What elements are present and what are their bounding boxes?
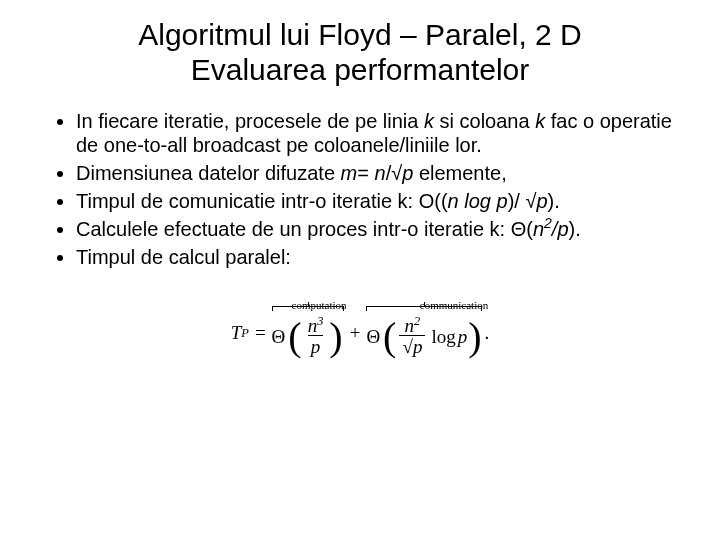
f2-radic: √	[402, 336, 412, 357]
f2-p: p	[413, 336, 423, 357]
theta-1: Θ	[272, 326, 288, 348]
b3-log: log p	[459, 190, 508, 212]
b1-var-k2: k	[535, 110, 545, 132]
b1-text-pre: In fiecare iteratie, procesele de pe lin…	[76, 110, 424, 132]
bullet-3: Timpul de comunicatie intr-o iteratie k:…	[76, 189, 680, 213]
lparen-2: (	[382, 317, 397, 357]
bullet-2: Dimensiunea datelor difuzate m= n/√p ele…	[76, 161, 680, 185]
b2-text-post: elemente,	[413, 162, 506, 184]
bullet-5: Timpul de calcul paralel:	[76, 245, 680, 269]
plus-sign: +	[344, 322, 367, 344]
term-computation: Θ ( n3 p )	[272, 308, 344, 359]
overbrace-2	[366, 306, 482, 315]
b4-post: ).	[569, 218, 581, 240]
slide-title: Algoritmul lui Floyd – Paralel, 2 D Eval…	[40, 18, 680, 87]
b4-var-n: n	[533, 218, 544, 240]
b1-var-k1: k	[424, 110, 434, 132]
b2-eq: =	[357, 162, 374, 184]
log-p: p	[456, 326, 468, 347]
log-text: log	[431, 326, 455, 347]
b3-text-pre: Timpul de comunicatie intr-o iteratie k:…	[76, 190, 448, 212]
b3-var-n: n	[448, 190, 459, 212]
f2-exp: 2	[414, 314, 420, 328]
term-communication: Θ ( n2 √p logp )	[366, 308, 482, 359]
f2-n: n	[405, 315, 415, 336]
bullet-list: In fiecare iteratie, procesele de pe lin…	[50, 109, 680, 269]
b2-text-pre: Dimensiunea datelor difuzate	[76, 162, 341, 184]
b3-post: ).	[548, 190, 560, 212]
rparen-2: )	[467, 317, 482, 357]
frac-1: n3 p	[303, 316, 329, 359]
f1-n: n	[308, 315, 318, 336]
tp-T: T	[231, 322, 242, 344]
f1-exp: 3	[317, 314, 323, 328]
b4-exp: 2	[544, 215, 552, 231]
b2-var-p: p	[402, 162, 413, 184]
title-line-1: Algoritmul lui Floyd – Paralel, 2 D	[138, 18, 582, 51]
b1-text-mid: si coloana	[434, 110, 535, 132]
lparen-1: (	[287, 317, 302, 357]
bullet-1: In fiecare iteratie, procesele de pe lin…	[76, 109, 680, 157]
b4-var-p: p	[557, 218, 568, 240]
formula-period: .	[482, 322, 489, 344]
rparen-1: )	[328, 317, 343, 357]
theta-2: Θ	[366, 326, 382, 348]
b3-mid: )/ √	[508, 190, 537, 212]
b3-var-p: p	[536, 190, 547, 212]
equals-sign: =	[249, 322, 272, 344]
f1-den: p	[308, 335, 324, 359]
overbrace-1	[272, 306, 344, 315]
title-line-2: Evaluarea performantelor	[191, 53, 530, 86]
formula: computation communication TP = Θ ( n3 p	[211, 299, 509, 359]
b4-text-pre: Calculele efectuate de un proces intr-o …	[76, 218, 533, 240]
b2-slash-root: /√	[386, 162, 403, 184]
b5-text: Timpul de calcul paralel:	[76, 246, 291, 268]
b2-var-m: m	[341, 162, 358, 184]
b2-var-n: n	[375, 162, 386, 184]
frac-2: n2 √p	[397, 316, 427, 359]
equation-row: TP = Θ ( n3 p ) +	[211, 308, 509, 359]
formula-area: computation communication TP = Θ ( n3 p	[40, 299, 680, 359]
bullet-4: Calculele efectuate de un proces intr-o …	[76, 217, 680, 241]
